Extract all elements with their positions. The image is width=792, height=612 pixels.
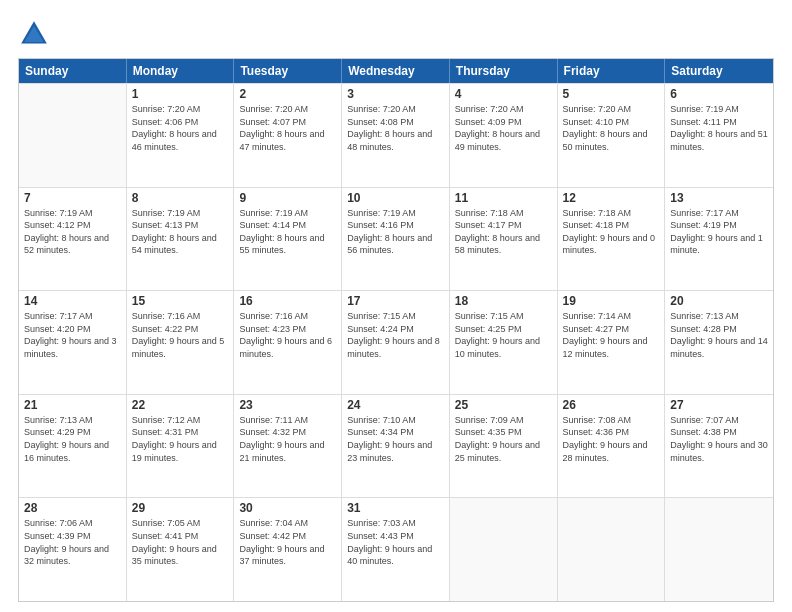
cell-info: Sunrise: 7:20 AMSunset: 4:08 PMDaylight:…	[347, 103, 444, 153]
cell-info: Sunrise: 7:06 AMSunset: 4:39 PMDaylight:…	[24, 517, 121, 567]
page: SundayMondayTuesdayWednesdayThursdayFrid…	[0, 0, 792, 612]
day-number: 6	[670, 87, 768, 101]
cell-info: Sunrise: 7:03 AMSunset: 4:43 PMDaylight:…	[347, 517, 444, 567]
calendar-cell: 23Sunrise: 7:11 AMSunset: 4:32 PMDayligh…	[234, 395, 342, 498]
day-number: 17	[347, 294, 444, 308]
calendar-cell	[19, 84, 127, 187]
calendar-cell: 25Sunrise: 7:09 AMSunset: 4:35 PMDayligh…	[450, 395, 558, 498]
cell-info: Sunrise: 7:11 AMSunset: 4:32 PMDaylight:…	[239, 414, 336, 464]
calendar-cell: 14Sunrise: 7:17 AMSunset: 4:20 PMDayligh…	[19, 291, 127, 394]
cell-info: Sunrise: 7:20 AMSunset: 4:07 PMDaylight:…	[239, 103, 336, 153]
header-day: Sunday	[19, 59, 127, 83]
calendar-cell	[665, 498, 773, 601]
calendar-cell: 9Sunrise: 7:19 AMSunset: 4:14 PMDaylight…	[234, 188, 342, 291]
cell-info: Sunrise: 7:20 AMSunset: 4:10 PMDaylight:…	[563, 103, 660, 153]
day-number: 21	[24, 398, 121, 412]
calendar-cell: 6Sunrise: 7:19 AMSunset: 4:11 PMDaylight…	[665, 84, 773, 187]
logo	[18, 18, 54, 50]
cell-info: Sunrise: 7:09 AMSunset: 4:35 PMDaylight:…	[455, 414, 552, 464]
calendar-cell: 29Sunrise: 7:05 AMSunset: 4:41 PMDayligh…	[127, 498, 235, 601]
day-number: 30	[239, 501, 336, 515]
cell-info: Sunrise: 7:15 AMSunset: 4:25 PMDaylight:…	[455, 310, 552, 360]
day-number: 13	[670, 191, 768, 205]
calendar-cell: 22Sunrise: 7:12 AMSunset: 4:31 PMDayligh…	[127, 395, 235, 498]
cell-info: Sunrise: 7:07 AMSunset: 4:38 PMDaylight:…	[670, 414, 768, 464]
calendar-cell: 26Sunrise: 7:08 AMSunset: 4:36 PMDayligh…	[558, 395, 666, 498]
cell-info: Sunrise: 7:19 AMSunset: 4:14 PMDaylight:…	[239, 207, 336, 257]
cell-info: Sunrise: 7:19 AMSunset: 4:16 PMDaylight:…	[347, 207, 444, 257]
day-number: 25	[455, 398, 552, 412]
calendar-cell: 27Sunrise: 7:07 AMSunset: 4:38 PMDayligh…	[665, 395, 773, 498]
calendar-cell: 24Sunrise: 7:10 AMSunset: 4:34 PMDayligh…	[342, 395, 450, 498]
cell-info: Sunrise: 7:17 AMSunset: 4:19 PMDaylight:…	[670, 207, 768, 257]
cell-info: Sunrise: 7:18 AMSunset: 4:17 PMDaylight:…	[455, 207, 552, 257]
day-number: 24	[347, 398, 444, 412]
cell-info: Sunrise: 7:13 AMSunset: 4:28 PMDaylight:…	[670, 310, 768, 360]
cell-info: Sunrise: 7:16 AMSunset: 4:22 PMDaylight:…	[132, 310, 229, 360]
calendar-cell	[450, 498, 558, 601]
cell-info: Sunrise: 7:15 AMSunset: 4:24 PMDaylight:…	[347, 310, 444, 360]
calendar-cell: 5Sunrise: 7:20 AMSunset: 4:10 PMDaylight…	[558, 84, 666, 187]
cell-info: Sunrise: 7:17 AMSunset: 4:20 PMDaylight:…	[24, 310, 121, 360]
calendar-cell: 21Sunrise: 7:13 AMSunset: 4:29 PMDayligh…	[19, 395, 127, 498]
day-number: 8	[132, 191, 229, 205]
day-number: 31	[347, 501, 444, 515]
day-number: 4	[455, 87, 552, 101]
day-number: 11	[455, 191, 552, 205]
calendar-header: SundayMondayTuesdayWednesdayThursdayFrid…	[19, 59, 773, 83]
day-number: 12	[563, 191, 660, 205]
calendar-cell: 4Sunrise: 7:20 AMSunset: 4:09 PMDaylight…	[450, 84, 558, 187]
day-number: 2	[239, 87, 336, 101]
cell-info: Sunrise: 7:19 AMSunset: 4:13 PMDaylight:…	[132, 207, 229, 257]
cell-info: Sunrise: 7:18 AMSunset: 4:18 PMDaylight:…	[563, 207, 660, 257]
calendar-cell: 19Sunrise: 7:14 AMSunset: 4:27 PMDayligh…	[558, 291, 666, 394]
day-number: 16	[239, 294, 336, 308]
cell-info: Sunrise: 7:20 AMSunset: 4:09 PMDaylight:…	[455, 103, 552, 153]
day-number: 9	[239, 191, 336, 205]
calendar-cell: 15Sunrise: 7:16 AMSunset: 4:22 PMDayligh…	[127, 291, 235, 394]
day-number: 29	[132, 501, 229, 515]
day-number: 23	[239, 398, 336, 412]
cell-info: Sunrise: 7:12 AMSunset: 4:31 PMDaylight:…	[132, 414, 229, 464]
calendar-cell	[558, 498, 666, 601]
calendar-cell: 7Sunrise: 7:19 AMSunset: 4:12 PMDaylight…	[19, 188, 127, 291]
calendar-row: 28Sunrise: 7:06 AMSunset: 4:39 PMDayligh…	[19, 497, 773, 601]
header-day: Friday	[558, 59, 666, 83]
calendar-cell: 18Sunrise: 7:15 AMSunset: 4:25 PMDayligh…	[450, 291, 558, 394]
day-number: 19	[563, 294, 660, 308]
header-day: Saturday	[665, 59, 773, 83]
cell-info: Sunrise: 7:16 AMSunset: 4:23 PMDaylight:…	[239, 310, 336, 360]
day-number: 14	[24, 294, 121, 308]
calendar-body: 1Sunrise: 7:20 AMSunset: 4:06 PMDaylight…	[19, 83, 773, 601]
cell-info: Sunrise: 7:13 AMSunset: 4:29 PMDaylight:…	[24, 414, 121, 464]
cell-info: Sunrise: 7:19 AMSunset: 4:11 PMDaylight:…	[670, 103, 768, 153]
calendar-row: 14Sunrise: 7:17 AMSunset: 4:20 PMDayligh…	[19, 290, 773, 394]
cell-info: Sunrise: 7:14 AMSunset: 4:27 PMDaylight:…	[563, 310, 660, 360]
header-day: Wednesday	[342, 59, 450, 83]
cell-info: Sunrise: 7:20 AMSunset: 4:06 PMDaylight:…	[132, 103, 229, 153]
day-number: 28	[24, 501, 121, 515]
calendar-cell: 3Sunrise: 7:20 AMSunset: 4:08 PMDaylight…	[342, 84, 450, 187]
header-day: Monday	[127, 59, 235, 83]
calendar-cell: 12Sunrise: 7:18 AMSunset: 4:18 PMDayligh…	[558, 188, 666, 291]
day-number: 20	[670, 294, 768, 308]
calendar-row: 7Sunrise: 7:19 AMSunset: 4:12 PMDaylight…	[19, 187, 773, 291]
calendar-cell: 16Sunrise: 7:16 AMSunset: 4:23 PMDayligh…	[234, 291, 342, 394]
day-number: 18	[455, 294, 552, 308]
calendar-row: 1Sunrise: 7:20 AMSunset: 4:06 PMDaylight…	[19, 83, 773, 187]
day-number: 5	[563, 87, 660, 101]
calendar-cell: 2Sunrise: 7:20 AMSunset: 4:07 PMDaylight…	[234, 84, 342, 187]
calendar-cell: 17Sunrise: 7:15 AMSunset: 4:24 PMDayligh…	[342, 291, 450, 394]
calendar-cell: 11Sunrise: 7:18 AMSunset: 4:17 PMDayligh…	[450, 188, 558, 291]
calendar-cell: 1Sunrise: 7:20 AMSunset: 4:06 PMDaylight…	[127, 84, 235, 187]
cell-info: Sunrise: 7:04 AMSunset: 4:42 PMDaylight:…	[239, 517, 336, 567]
cell-info: Sunrise: 7:10 AMSunset: 4:34 PMDaylight:…	[347, 414, 444, 464]
header	[18, 18, 774, 50]
day-number: 7	[24, 191, 121, 205]
day-number: 22	[132, 398, 229, 412]
calendar-cell: 8Sunrise: 7:19 AMSunset: 4:13 PMDaylight…	[127, 188, 235, 291]
calendar-cell: 28Sunrise: 7:06 AMSunset: 4:39 PMDayligh…	[19, 498, 127, 601]
calendar-cell: 13Sunrise: 7:17 AMSunset: 4:19 PMDayligh…	[665, 188, 773, 291]
day-number: 27	[670, 398, 768, 412]
cell-info: Sunrise: 7:08 AMSunset: 4:36 PMDaylight:…	[563, 414, 660, 464]
